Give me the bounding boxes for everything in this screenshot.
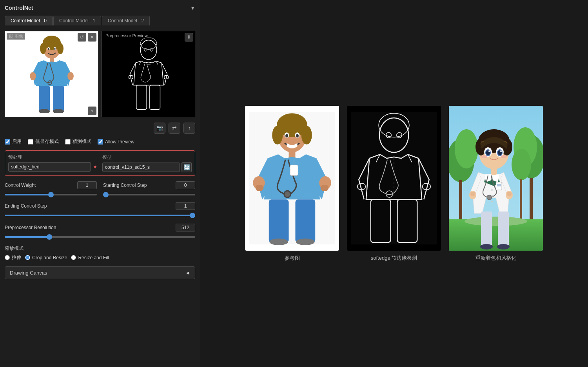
starting-step-header: Starting Control Step <box>103 181 195 189</box>
svg-point-6 <box>48 48 49 50</box>
ending-step-label: Ending Control Step <box>5 203 47 209</box>
svg-rect-40 <box>256 184 263 190</box>
upload-tool-btn[interactable]: ↑ <box>183 123 195 134</box>
gallery-image-0 <box>245 106 339 251</box>
scale-mode-label: 缩放模式 <box>5 245 195 252</box>
preprocessor-select-row: softedge_hed ✦ <box>8 162 98 172</box>
guess-mode-label: 猜测模式 <box>73 138 91 145</box>
control-weight-value[interactable] <box>77 181 97 189</box>
tab-control-model-2[interactable]: Control Model - 2 <box>102 16 150 25</box>
camera-tool-btn[interactable]: 📷 <box>154 123 165 134</box>
gallery-item-2: 重新着色和风格化 <box>449 106 543 262</box>
tab-bar: Control Model - 0 Control Model - 1 Cont… <box>5 16 195 25</box>
preprocessor-res-slider-row: Preprocessor Resolution <box>5 224 195 239</box>
scale-stretch-radio[interactable] <box>5 255 10 260</box>
starting-step-value[interactable] <box>176 181 195 189</box>
allow-preview-input[interactable] <box>98 139 103 145</box>
model-refresh-btn[interactable]: 🔄 <box>181 162 192 172</box>
edge-detection-gallery <box>347 106 441 251</box>
enable-input[interactable] <box>5 139 10 145</box>
starting-step-range[interactable] <box>103 194 195 195</box>
preprocessor-select[interactable]: softedge_hed <box>8 162 91 172</box>
anime-svg-gallery <box>449 106 543 251</box>
svg-point-2 <box>40 43 46 54</box>
edit-icon-source[interactable]: ✎ <box>88 107 96 115</box>
model-row: 预处理 softedge_hed ✦ 模型 control_v11p_sd15_… <box>8 154 192 172</box>
scale-resize-fill-radio[interactable] <box>71 255 76 260</box>
svg-rect-72 <box>520 179 522 219</box>
allow-preview-checkbox[interactable]: Allow Preview <box>98 139 134 145</box>
tab-control-model-1[interactable]: Control Model - 1 <box>53 16 101 25</box>
close-source-btn[interactable]: ✕ <box>88 33 96 42</box>
swap-tool-btn[interactable]: ⇄ <box>169 123 180 134</box>
scale-stretch-label: 拉伸 <box>12 254 21 261</box>
source-image-label: 🖼 图像 <box>7 33 25 40</box>
ending-step-header: Ending Control Step <box>5 202 195 210</box>
refresh-source-btn[interactable]: ↺ <box>78 33 86 42</box>
gallery-item-0: 参考图 <box>245 106 339 262</box>
download-preview-btn[interactable]: ⬇ <box>185 33 193 42</box>
starting-step-slider-item: Starting Control Step <box>103 181 195 197</box>
svg-rect-48 <box>290 165 298 175</box>
svg-point-7 <box>54 48 56 50</box>
guess-mode-checkbox[interactable]: 猜测模式 <box>65 138 91 145</box>
edge-svg-gallery <box>351 108 437 249</box>
preview-image-controls: ⬇ <box>185 33 193 42</box>
image-icon: 🖼 <box>9 34 13 39</box>
scale-crop-resize-radio[interactable] <box>25 255 30 260</box>
preview-image-label: Preprocessor Preview <box>103 33 150 38</box>
edge-svg-preview <box>123 37 174 111</box>
image-row: 🖼 图像 ↺ ✕ <box>5 31 195 117</box>
scale-resize-fill-label: Resize and Fill <box>78 255 109 260</box>
checkbox-row: 启用 低显存模式 猜测模式 Allow Preview <box>5 138 195 145</box>
scale-resize-fill[interactable]: Resize and Fill <box>71 254 109 261</box>
svg-rect-75 <box>498 212 509 247</box>
low-vram-checkbox[interactable]: 低显存模式 <box>28 138 59 145</box>
right-panel: 参考图 <box>200 0 588 367</box>
preprocessor-res-range[interactable] <box>5 236 195 238</box>
source-image-box: 🖼 图像 ↺ ✕ <box>5 31 98 117</box>
low-vram-input[interactable] <box>28 139 33 145</box>
model-col: 模型 control_v11p_sd15_s 🔄 <box>102 154 192 172</box>
svg-rect-45 <box>295 199 315 242</box>
svg-point-32 <box>272 126 283 144</box>
svg-point-36 <box>285 134 288 137</box>
nurse-svg-gallery <box>249 108 335 249</box>
ending-step-value[interactable] <box>176 202 195 210</box>
tab-control-model-0[interactable]: Control Model - 0 <box>5 16 53 25</box>
scale-crop-resize[interactable]: Crop and Resize <box>25 254 67 261</box>
preprocessor-col: 预处理 softedge_hed ✦ <box>8 154 98 172</box>
edge-detection-preview[interactable] <box>102 31 195 117</box>
svg-rect-44 <box>269 199 289 242</box>
svg-point-77 <box>497 244 510 249</box>
svg-point-37 <box>296 134 299 137</box>
model-select[interactable]: control_v11p_sd15_s <box>102 163 180 172</box>
ending-step-slider-row: Ending Control Step <box>5 202 195 217</box>
gallery-item-1: softedge 软边缘检测 <box>347 106 441 262</box>
star-btn[interactable]: ✦ <box>93 163 98 171</box>
svg-rect-81 <box>507 192 512 196</box>
guess-mode-input[interactable] <box>65 139 71 145</box>
preprocessor-res-value[interactable] <box>176 224 195 231</box>
ending-step-range[interactable] <box>5 215 195 216</box>
scale-stretch[interactable]: 拉伸 <box>5 254 21 261</box>
control-weight-slider-item: Control Weight <box>5 181 97 197</box>
enable-checkbox[interactable]: 启用 <box>5 138 22 145</box>
svg-rect-14 <box>39 86 50 111</box>
low-vram-label: 低显存模式 <box>35 138 59 145</box>
gallery-caption-2: 重新着色和风格化 <box>475 255 516 262</box>
svg-point-3 <box>57 43 64 54</box>
allow-preview-label: Allow Preview <box>105 139 134 145</box>
control-weight-label: Control Weight <box>5 183 36 188</box>
svg-point-46 <box>269 239 288 245</box>
svg-point-93 <box>488 150 490 152</box>
svg-point-95 <box>481 155 487 158</box>
svg-point-76 <box>480 244 493 249</box>
drawing-canvas-row[interactable]: Drawing Canvas ◄ <box>5 266 195 279</box>
preprocessor-res-header: Preprocessor Resolution <box>5 224 195 231</box>
nurse-photo-source[interactable] <box>5 31 98 117</box>
control-weight-range[interactable] <box>5 194 97 195</box>
collapse-icon[interactable]: ▼ <box>190 5 195 11</box>
starting-step-label: Starting Control Step <box>103 183 147 188</box>
svg-rect-15 <box>53 86 64 111</box>
